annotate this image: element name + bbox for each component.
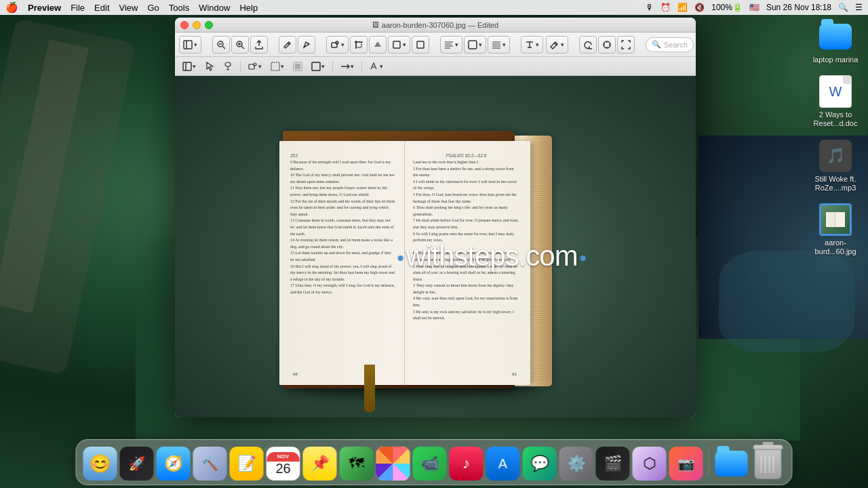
dock-item-trash[interactable] [751, 447, 785, 481]
toolbar-align-button[interactable]: ▾ [440, 36, 462, 54]
toolbar-fill-border-button[interactable] [412, 36, 429, 54]
toolbar-fill-button[interactable] [369, 36, 387, 54]
menubar-view[interactable]: View [119, 3, 138, 13]
toolbar2-font-button[interactable]: ▾ [366, 59, 387, 74]
toolbar-group-align: ▾ ▾ ▾ [440, 36, 510, 54]
menubar-wifi-icon: 📶 [677, 3, 688, 12]
menubar-tools[interactable]: Tools [169, 3, 189, 13]
toolbar2-color-fill[interactable] [290, 59, 306, 74]
dock-item-finder[interactable]: 😊 [83, 447, 117, 481]
menubar-right: 🎙 ⏰ 📶 🔇 100%🔋 🇺🇸 Sun 26 Nov 18:18 🔍 ☰ [646, 3, 863, 12]
dock-item-whatsapp[interactable]: 💬 [523, 447, 557, 481]
toolbar-border-button[interactable]: ▾ [388, 36, 410, 54]
toolbar-group-rotate [579, 36, 635, 54]
bible-left-text: 9 Because of his strength will I wait up… [290, 159, 396, 296]
toolbar-group-sidebar: ▾ [179, 36, 201, 54]
menubar-clock-icon: ⏰ [660, 3, 671, 12]
toolbar-zoom-out-button[interactable] [212, 36, 230, 54]
svg-rect-38 [295, 64, 300, 69]
svg-rect-32 [183, 62, 191, 70]
svg-rect-39 [312, 62, 320, 70]
toolbar-adjust-button[interactable] [598, 36, 616, 54]
toolbar2-shapes-button[interactable]: ▾ [245, 59, 265, 74]
window-close-button[interactable] [180, 21, 189, 29]
menubar-file[interactable]: File [71, 3, 85, 13]
dock-item-music[interactable]: ♪ [450, 447, 484, 481]
apple-menu[interactable]: 🍎 [5, 1, 18, 14]
toolbar-group-shapes: ▾ ▾ [326, 36, 429, 54]
dock-item-files[interactable] [715, 447, 749, 481]
toolbar-pencil2-button[interactable]: ▾ [546, 36, 568, 54]
toolbar-pen-button[interactable] [298, 36, 315, 54]
svg-rect-16 [417, 41, 424, 48]
dock-item-maps[interactable]: 🗺 [340, 447, 374, 481]
menubar-help[interactable]: Help [239, 3, 258, 13]
window-toolbar-main: ▾ [175, 33, 696, 57]
desktop-icon-aaron-photo[interactable]: aaron-burd...60.jpg [811, 203, 860, 256]
desktop-icon-still-woke[interactable]: 🎵 Still Woke ft. RoZe....mp3 [811, 140, 860, 192]
menubar-datetime: Sun 26 Nov 18:18 [766, 3, 831, 12]
toolbar2-line-style[interactable]: ▾ [337, 59, 357, 74]
toolbar-color-button[interactable]: ▾ [488, 36, 510, 54]
toolbar-shapes-button[interactable]: ▾ [326, 36, 349, 54]
window-controls [180, 21, 213, 29]
desktop-icon-laptop-marina[interactable]: laptop marina [811, 20, 860, 64]
toolbar2-lasso-button[interactable] [220, 59, 236, 74]
dock-item-calendar[interactable]: NOV 26 [267, 447, 300, 481]
dock-item-appstore[interactable]: A [486, 447, 520, 481]
dock-item-safari[interactable]: 🧭 [157, 447, 191, 481]
toolbar2-sidebar-toggle[interactable]: ▾ [179, 59, 199, 74]
toolbar2-selection-button[interactable]: ▾ [267, 59, 288, 74]
toolbar-share-button[interactable] [250, 36, 268, 54]
svg-line-6 [242, 46, 245, 49]
dock-item-notes[interactable]: 📝 [230, 447, 264, 481]
toolbar-style-button[interactable]: ▾ [464, 36, 486, 54]
dock-item-xcode[interactable]: 🔨 [193, 447, 227, 481]
toolbar-text-button[interactable]: ▾ [521, 36, 543, 54]
toolbar2-sep-2 [332, 61, 333, 72]
toolbar-rotate-button[interactable] [579, 36, 597, 54]
menubar-search-icon[interactable]: 🔍 [838, 3, 848, 12]
bible-left-page-num: 60 [293, 371, 298, 377]
svg-rect-0 [184, 41, 192, 49]
window-maximize-button[interactable] [205, 21, 213, 29]
menubar-go[interactable]: Go [147, 3, 159, 13]
menubar-mic-icon: 🎙 [646, 3, 654, 12]
toolbar2-select-button[interactable] [201, 59, 218, 74]
dock-item-facetime[interactable]: 📹 [413, 447, 447, 481]
bible-right-page-num: 62 [512, 371, 517, 377]
window-minimize-button[interactable] [193, 21, 201, 29]
menubar-edit[interactable]: Edit [94, 3, 109, 13]
menubar: 🍎 Preview File Edit View Go Tools Window… [0, 0, 868, 15]
svg-rect-12 [356, 42, 361, 47]
menubar-spotlight-icon[interactable]: ☰ [855, 3, 863, 12]
desktop-icon-reset-doc[interactable]: W 2 Ways to Reset...d.doc [811, 75, 860, 128]
toolbar-zoom-in-button[interactable] [231, 36, 249, 54]
dock-item-screenium[interactable]: 📷 [669, 447, 703, 481]
toolbar-pencil-button[interactable] [279, 36, 296, 54]
toolbar-fullscreen-button[interactable] [617, 36, 635, 54]
preview-window: 🖼 aaron-burden-307060.jpg — Edited ▾ [175, 18, 696, 418]
bible-left-page: 353 9 Because of his strength will I wai… [279, 141, 405, 385]
toolbar2-sep-1 [240, 61, 241, 72]
svg-rect-36 [271, 62, 279, 70]
desktop-icon-still-woke-label: Still Woke ft. RoZe....mp3 [811, 175, 860, 192]
toolbar-group-zoom [212, 36, 268, 54]
toolbar-group-markup [279, 36, 315, 54]
bible-bookmark [364, 365, 375, 412]
dock-item-systemprefs[interactable]: ⚙️ [559, 447, 593, 481]
dock-item-stickies[interactable]: 📌 [303, 447, 337, 481]
toolbar2-stroke-color[interactable]: ▾ [308, 59, 328, 74]
dock-item-davinci[interactable]: 🎬 [596, 447, 630, 481]
menubar-app-name[interactable]: Preview [28, 3, 61, 13]
toolbar-crop-button[interactable] [350, 36, 368, 54]
search-icon: 🔍 [652, 40, 661, 49]
menubar-window[interactable]: Window [199, 3, 230, 13]
toolbar-sidebar-button[interactable]: ▾ [179, 36, 201, 54]
desktop-icons-area: laptop marina W 2 Ways to Reset...d.doc … [811, 20, 860, 256]
dock-item-photos[interactable] [376, 447, 410, 481]
dock-item-arc[interactable]: ⬡ [633, 447, 667, 481]
menubar-volume-icon: 🔇 [694, 3, 705, 12]
dock-item-launchpad[interactable]: 🚀 [120, 447, 154, 481]
toolbar-search-box[interactable]: 🔍 Search [646, 37, 694, 52]
